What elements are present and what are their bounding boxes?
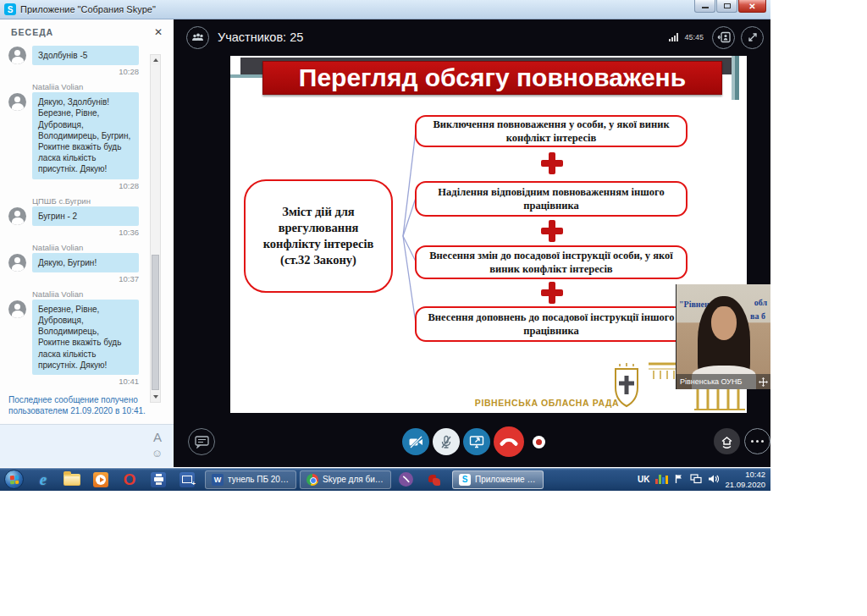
skype-icon: S [459, 474, 471, 486]
hang-up-button[interactable] [494, 426, 524, 457]
avatar [8, 47, 26, 64]
font-tool-button[interactable]: A [153, 430, 162, 444]
message-time: 10:36 [32, 228, 139, 237]
system-tray: UK 10:42 21.09.2020 [638, 470, 770, 490]
chat-panel: БЕСЕДА ✕ Nataliia Volian Дякую, Смиго! 1… [0, 19, 174, 467]
more-options-button[interactable] [744, 428, 770, 454]
chat-message: Здолбунівська ЦРБ Здолбунів -5 10:28 [8, 45, 152, 79]
message-bubble: Дякую, Бугрин! [32, 253, 139, 272]
message-time: 10:28 [32, 181, 139, 190]
chat-toggle-button[interactable] [188, 428, 215, 455]
language-indicator[interactable]: UK [638, 475, 649, 484]
chat-message: Nataliia Volian Дякую, Здолбунів! Березн… [8, 82, 152, 192]
last-message-status: Последнее сообщение получено пользовател… [0, 392, 174, 424]
message-input-area[interactable]: A ☺ [0, 424, 174, 467]
desktop: S Приложение "Собрания Skype" ✕ БЕСЕДА ✕ [0, 0, 867, 616]
webcam-video-tile[interactable]: "Рівнен обл ва б Рівненська ОУНБ [676, 284, 770, 389]
shared-presentation-slide: Перегляд обсягу повноважень Зміст дій дл… [230, 56, 747, 413]
internet-explorer-icon[interactable]: e [29, 469, 58, 490]
avatar [8, 93, 26, 111]
taskbar-clock[interactable]: 10:42 21.09.2020 [725, 470, 765, 490]
maximize-button[interactable] [716, 0, 737, 13]
chat-message: ЦПШБ с.Бугрин Бугрин - 2 10:36 [8, 196, 152, 239]
message-bubble: Бугрин - 2 [32, 206, 139, 226]
opera-icon[interactable]: O [115, 469, 144, 490]
taskbar-task-chrome[interactable]: Skype для бизнес... [300, 470, 391, 489]
avatar [8, 254, 26, 272]
skype-meeting-window: S Приложение "Собрания Skype" ✕ БЕСЕДА ✕ [0, 0, 770, 468]
participants-icon[interactable] [186, 26, 209, 49]
fullscreen-icon[interactable] [741, 26, 764, 49]
message-sender: ЦПШБ с.Бугрин [32, 196, 139, 206]
slide-box-2: Наділення відповідним повноваженням іншо… [415, 181, 688, 217]
media-player-icon[interactable] [86, 469, 115, 490]
slide-box-1: Виключення повноваження у особи, у якої … [415, 115, 688, 147]
flag-icon[interactable] [674, 472, 684, 487]
printer-icon[interactable] [144, 469, 173, 490]
message-sender: Nataliia Volian [32, 82, 139, 91]
scrollbar-thumb[interactable] [152, 255, 159, 390]
close-button[interactable]: ✕ [738, 0, 766, 13]
webcam-participant-name: Рівненська ОУНБ [676, 377, 759, 386]
mic-off-button[interactable] [433, 428, 460, 455]
webcam-label-strip: Рівненська ОУНБ [676, 374, 770, 389]
slide-box-3: Внесення змін до посадової інструкції ос… [415, 245, 688, 279]
window-title: Приложение "Собрания Skype" [20, 4, 156, 14]
windows-taskbar: e O W тунель ПБ 2020 - ... Skype для биз… [0, 468, 770, 491]
message-bubble: Дякую, Здолбунів! Березне, Рівне, Дубров… [32, 92, 139, 179]
move-handle-icon[interactable] [759, 377, 768, 387]
message-time: 10:41 [32, 377, 139, 386]
network-icon[interactable] [690, 472, 702, 487]
chat-message-list[interactable]: Nataliia Volian Дякую, Смиго! 10:26 Здол… [0, 45, 174, 392]
scroll-down-button[interactable] [151, 392, 160, 402]
screen-share-button[interactable] [463, 428, 490, 455]
file-explorer-icon[interactable] [58, 469, 86, 490]
meeting-stage: Участников: 25 45:45 [174, 19, 770, 467]
chat-scrollbar[interactable] [150, 54, 161, 403]
slide-left-box: Зміст дій для врегулювання конфлікту інт… [244, 179, 393, 293]
start-button[interactable] [4, 470, 24, 489]
scroll-up-button[interactable] [151, 55, 160, 65]
message-bubble: Березне, Рівне, Дубровиця, Володимирець,… [32, 300, 139, 375]
chat-panel-title: БЕСЕДА [11, 27, 53, 37]
taskbar-task-word[interactable]: W тунель ПБ 2020 - ... [205, 470, 296, 489]
avatar [8, 300, 26, 318]
emoji-tool-button[interactable]: ☺ [152, 448, 163, 459]
webcam-background-banner-text: обл [754, 298, 767, 307]
participants-count-label: Участников: 25 [218, 30, 303, 44]
red-app-icon[interactable] [420, 469, 449, 490]
windows-logo-icon [9, 475, 19, 484]
skype-app-icon: S [4, 3, 16, 15]
word-icon: W [212, 474, 224, 486]
recording-indicator [533, 436, 545, 448]
webcam-background-banner-text: ва б [750, 311, 765, 321]
viber-icon[interactable] [391, 469, 420, 490]
chrome-icon [306, 474, 318, 486]
message-sender: Nataliia Volian [32, 289, 139, 299]
avatar [8, 207, 26, 225]
chat-message: Nataliia Volian Березне, Рівне, Дубровиц… [8, 289, 152, 388]
chat-message: Nataliia Volian Дякую, Бугрин! 10:37 [8, 243, 152, 286]
tray-time: 10:42 [725, 470, 765, 480]
video-off-button[interactable] [402, 428, 429, 455]
pop-out-video-icon[interactable] [712, 26, 735, 49]
plus-icon [541, 220, 563, 242]
call-duration: 45:45 [684, 33, 704, 41]
message-time: 10:28 [32, 67, 139, 76]
devices-button[interactable] [714, 428, 740, 454]
plus-icon [541, 152, 563, 174]
plus-icon [541, 282, 563, 304]
tray-app-icon[interactable] [655, 475, 668, 484]
photo-viewer-icon[interactable] [173, 469, 202, 490]
tray-date: 21.09.2020 [725, 480, 765, 490]
minimize-button[interactable] [694, 0, 715, 13]
chat-close-icon[interactable]: ✕ [154, 27, 163, 37]
message-bubble: Здолбунів -5 [32, 46, 139, 65]
speaker-icon[interactable] [708, 472, 719, 487]
message-sender: Nataliia Volian [32, 243, 139, 252]
window-titlebar[interactable]: S Приложение "Собрания Skype" ✕ [0, 0, 770, 19]
taskbar-task-skype-active[interactable]: S Приложение "Со... [452, 470, 544, 489]
slide-box-4: Внесення доповнень до посадової інструкц… [415, 306, 688, 342]
message-time: 10:37 [32, 274, 139, 283]
signal-strength-icon [669, 33, 678, 41]
